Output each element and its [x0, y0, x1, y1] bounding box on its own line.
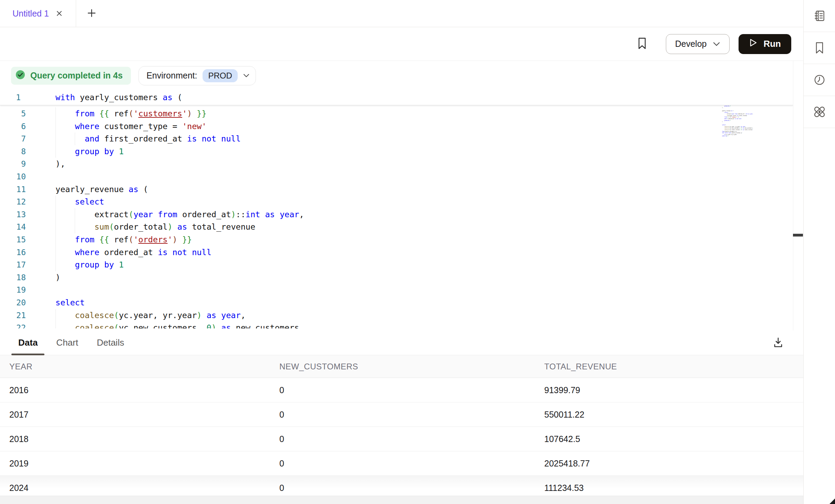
code-text: sum(order_total) as total_revenue — [55, 221, 255, 233]
code-text: yearly_revenue as ( — [722, 110, 734, 112]
code-text: group by 1 — [722, 106, 731, 107]
scrollbar-handle[interactable] — [793, 234, 803, 237]
code-text: yearly_revenue as ( — [55, 183, 148, 196]
line-number: 11 — [0, 183, 26, 196]
code-line-9[interactable]: 9), — [0, 158, 793, 170]
code-line-1[interactable]: 1with yearly_customers as ( — [0, 90, 793, 105]
code-line-20[interactable]: 20select — [0, 296, 793, 309]
code-text: full outer join yearly_revenue yr — [722, 132, 742, 134]
tab-details[interactable]: Details — [97, 330, 124, 355]
line-number: 10 — [0, 170, 26, 183]
code-body[interactable]: 5 from {{ ref('customers') }}6 where cus… — [0, 105, 793, 328]
download-button[interactable] — [772, 336, 785, 350]
table-cell: 0 — [279, 434, 544, 444]
column-header-year: YEAR — [9, 362, 279, 371]
sticky-scroll-line[interactable]: 1with yearly_customers as ( — [0, 90, 793, 105]
code-text: coalesce(yr.total_revenue, 0) as total_r… — [722, 129, 752, 130]
line-number: 18 — [0, 271, 26, 284]
close-icon[interactable] — [55, 9, 63, 18]
code-text: coalesce(yc.year, yr.year) as year, — [722, 126, 746, 127]
code-line-17[interactable]: 17 group by 1 — [0, 259, 793, 271]
line-number: 6 — [0, 120, 26, 133]
code-line-6[interactable]: 6 where customer_type = 'new' — [0, 120, 793, 133]
code-line-7[interactable]: 7 and first_ordered_at is not null — [0, 133, 793, 145]
code-text: ) — [722, 121, 723, 123]
table-row[interactable]: 20240111234.53 — [0, 476, 803, 496]
code-line-16[interactable]: 16 where ordered_at is not null — [0, 246, 793, 259]
table-cell: 111234.53 — [544, 483, 803, 493]
code-text: group by 1 — [55, 259, 124, 271]
chevron-down-icon — [713, 42, 720, 46]
table-cell: 2025418.77 — [544, 459, 803, 469]
horizontal-scrollbar[interactable] — [0, 496, 803, 504]
code-text: from {{ ref('orders') }} — [722, 117, 739, 118]
code-text: ), — [722, 107, 723, 108]
code-text: from {{ ref('orders') }} — [55, 233, 192, 246]
line-number: 5 — [0, 107, 26, 120]
download-icon — [772, 336, 785, 350]
code-line-11[interactable]: 11yearly_revenue as ( — [0, 183, 793, 196]
code-line-22[interactable]: 22 coalesce(yc.new_customers, 0) as new_… — [0, 322, 793, 328]
code-text: order by 1 — [722, 135, 728, 137]
results-panel: DataChartDetails YEARNEW_CUSTOMERSTOTAL_… — [0, 330, 803, 504]
table-body: 2016091399.7920170550011.2220180107642.5… — [0, 378, 803, 496]
results-tab-bar: DataChartDetails — [0, 330, 803, 355]
right-icon-sidebar — [803, 0, 835, 504]
table-cell: 2018 — [9, 434, 279, 444]
code-text: where customer_type = 'new' — [55, 120, 207, 133]
code-text: and first_ordered_at is not null — [55, 133, 241, 145]
sidebar-button-compass-ai[interactable] — [804, 96, 835, 128]
code-line-18[interactable]: 18) — [0, 271, 793, 284]
sidebar-button-bookmark[interactable] — [804, 32, 835, 64]
line-number: 12 — [0, 196, 26, 208]
code-line-10[interactable]: 10 — [0, 170, 793, 183]
line-number: 13 — [0, 208, 26, 221]
code-line-12[interactable]: 12 select — [0, 196, 793, 208]
code-text: where ordered_at is not null — [55, 246, 212, 259]
code-line-21[interactable]: 21 coalesce(yc.year, yr.year) as year, — [0, 309, 793, 322]
table-cell: 0 — [279, 410, 544, 420]
tab-data[interactable]: Data — [18, 330, 38, 355]
table-row[interactable]: 201902025418.77 — [0, 451, 803, 476]
code-text: group by 1 — [55, 145, 124, 158]
query-status-row: Query completed in 4s Environment: PROD — [0, 61, 803, 90]
new-tab-button[interactable] — [86, 0, 97, 27]
code-editor[interactable]: 1with yearly_customers as ( 5 from {{ re… — [0, 90, 793, 330]
table-cell: 2016 — [9, 385, 279, 395]
table-row[interactable]: 20170550011.22 — [0, 402, 803, 427]
code-line-8[interactable]: 8 group by 1 — [0, 145, 793, 158]
line-number: 19 — [0, 284, 26, 296]
code-line-15[interactable]: 15 from {{ ref('orders') }} — [0, 233, 793, 246]
code-text: group by 1 — [722, 120, 731, 121]
code-text: sum(order_total) as total_revenue — [722, 115, 747, 116]
table-row[interactable]: 20180107642.5 — [0, 427, 803, 451]
develop-button[interactable]: Develop — [666, 34, 730, 54]
environment-value-chip: PROD — [203, 69, 237, 82]
sidebar-button-history[interactable] — [804, 64, 835, 96]
table-cell: 2024 — [9, 483, 279, 493]
code-line-5[interactable]: 5 from {{ ref('customers') }} — [0, 107, 793, 120]
run-button[interactable]: Run — [739, 34, 791, 54]
notebook-icon — [813, 9, 826, 22]
code-line-13[interactable]: 13 extract(year from ordered_at)::int as… — [0, 208, 793, 221]
play-icon — [749, 38, 758, 50]
editor-tab-bar: Untitled 1 — [0, 0, 803, 27]
history-icon — [813, 73, 826, 86]
bookmark-button[interactable] — [636, 37, 648, 51]
code-line-19[interactable]: 19 — [0, 284, 793, 296]
table-header: YEARNEW_CUSTOMERSTOTAL_REVENUE — [0, 355, 803, 378]
code-text: from {{ ref('customers') }} — [55, 107, 207, 120]
table-cell: 2019 — [9, 459, 279, 469]
tab-chart[interactable]: Chart — [56, 330, 78, 355]
code-text: ) — [55, 271, 60, 284]
tab-untitled-1[interactable]: Untitled 1 — [0, 0, 76, 27]
environment-selector[interactable]: Environment: PROD — [138, 66, 256, 85]
resize-grip[interactable] — [829, 498, 835, 504]
code-text: coalesce(yc.year, yr.year) as year, — [55, 309, 246, 322]
table-row[interactable]: 2016091399.79 — [0, 378, 803, 402]
query-status-text: Query completed in 4s — [30, 71, 123, 81]
code-text: from yearly_customers yc — [722, 131, 736, 132]
sidebar-button-notebook[interactable] — [804, 0, 835, 32]
code-line-14[interactable]: 14 sum(order_total) as total_revenue — [0, 221, 793, 233]
code-text: coalesce(yc.new_customers, 0) as new_cus… — [722, 128, 753, 129]
